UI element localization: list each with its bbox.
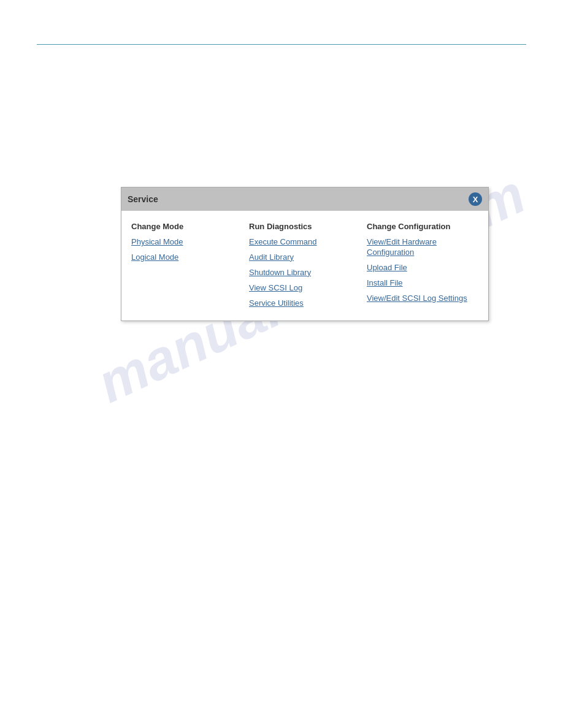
top-border	[37, 44, 526, 45]
audit-library-link[interactable]: Audit Library	[249, 252, 361, 263]
service-utilities-link[interactable]: Service Utilities	[249, 298, 361, 309]
physical-mode-link[interactable]: Physical Mode	[131, 237, 243, 248]
dialog-title: Service	[128, 194, 158, 204]
change-mode-column: Change Mode Physical Mode Logical Mode	[131, 222, 249, 308]
view-edit-scsi-log-settings-link[interactable]: View/Edit SCSI Log Settings	[367, 294, 478, 304]
change-mode-links: Physical Mode Logical Mode	[131, 237, 243, 263]
close-button[interactable]: X	[469, 192, 482, 206]
execute-command-link[interactable]: Execute Command	[249, 237, 361, 248]
run-diagnostics-header: Run Diagnostics	[249, 222, 361, 231]
view-scsi-log-link[interactable]: View SCSI Log	[249, 283, 361, 294]
dialog-body: Change Mode Physical Mode Logical Mode R…	[121, 211, 488, 320]
view-edit-hardware-configuration-link[interactable]: View/Edit Hardware Configuration	[367, 237, 478, 258]
install-file-link[interactable]: Install File	[367, 278, 478, 289]
dialog-header: Service X	[121, 188, 488, 211]
change-configuration-header: Change Configuration	[367, 222, 478, 231]
run-diagnostics-links: Execute Command Audit Library Shutdown L…	[249, 237, 361, 308]
service-dialog: Service X Change Mode Physical Mode Logi…	[121, 187, 489, 321]
run-diagnostics-column: Run Diagnostics Execute Command Audit Li…	[249, 222, 367, 308]
change-mode-header: Change Mode	[131, 222, 243, 231]
logical-mode-link[interactable]: Logical Mode	[131, 252, 243, 263]
change-configuration-column: Change Configuration View/Edit Hardware …	[367, 222, 478, 308]
shutdown-library-link[interactable]: Shutdown Library	[249, 268, 361, 278]
change-configuration-links: View/Edit Hardware Configuration Upload …	[367, 237, 478, 303]
upload-file-link[interactable]: Upload File	[367, 263, 478, 273]
